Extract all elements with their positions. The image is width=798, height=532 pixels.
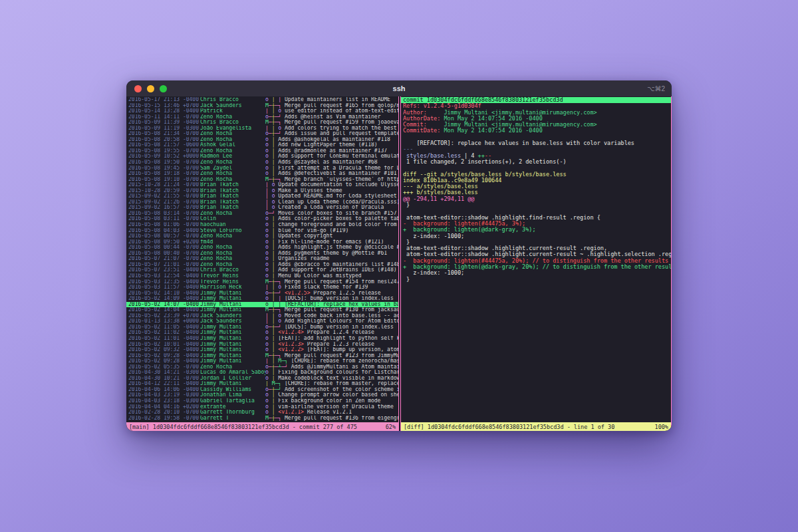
commit-row[interactable]: 2016-05-07 23:51 -0400Chris Braccoo │ Ad… xyxy=(126,267,398,273)
diff-line: +++ b/styles/base.less xyxy=(401,190,671,196)
diff-line xyxy=(401,165,671,171)
commit-row[interactable]: 2016-05-08 19:55 -0700Zeno Rochao │ Adds… xyxy=(126,148,398,154)
diff-line: } xyxy=(401,277,671,283)
terminal-window: ssh ⌥⌘2 2016-05-17 21:13 -0400Chris Brac… xyxy=(126,80,672,431)
diff-line xyxy=(401,134,671,140)
window-shortcut-badge: ⌥⌘2 xyxy=(647,85,665,92)
diff-line: @@ -294,11 +294,11 @@ xyxy=(401,196,671,202)
commit-row[interactable]: 2016-04-03 23:18 -0300Gabriel Tartagliao… xyxy=(126,398,398,404)
commit-row[interactable]: 2016-05-08 19:45 -0700Sam Zaydelo │ Firs… xyxy=(126,166,398,172)
commit-row[interactable]: 2016-05-03 11:57 -0400Harrison Heck│ │ o… xyxy=(126,285,398,291)
commit-row[interactable]: 2016-05-02 11:05 -0400Jimmy Multanio─┼─┘… xyxy=(126,325,398,331)
commit-row[interactable]: 2016-05-08 21:57 -0600Ashok Gelalo │ Add… xyxy=(126,142,398,148)
commit-log-pane: 2016-05-17 21:13 -0400Chris Braccoo │ │ … xyxy=(126,96,399,431)
close-button[interactable] xyxy=(134,85,142,92)
commit-row-selected[interactable]: 2016-05-02 14:07 -0400Jimmy Multanio │ │… xyxy=(126,302,398,308)
commit-row[interactable]: 2016-04-06 14:06 -0400Cassidy Williamso─… xyxy=(126,387,398,393)
main-status-percent: 62% xyxy=(386,424,396,430)
diff-line: + background: lighten(@dark-gray, 20%); … xyxy=(401,264,671,270)
main-status-text: [main] 1d0304fdc6fddf668e8546f83803121ef… xyxy=(129,424,357,430)
diff-line: } xyxy=(401,239,671,245)
diff-line: --- xyxy=(401,146,671,152)
diff-line: --- a/styles/base.less xyxy=(401,184,671,190)
commit-row[interactable]: 2016-05-02 14:04 -0400Jimmy MultaniM─┼─┐… xyxy=(126,307,398,313)
diff-status-percent: 100% xyxy=(655,424,668,430)
commit-row[interactable]: 2016-05-08 00:57 -0700Zeno Rochao │ Upda… xyxy=(126,233,398,239)
diff-line: z-index: -1000; xyxy=(401,233,671,239)
commit-row[interactable]: 2016-05-08 19:18 -0700Zeno Rochao │ Adds… xyxy=(126,171,398,177)
diff-line: AuthorDate: Mon May 2 14:07:54 2016 -040… xyxy=(401,116,671,122)
commit-row[interactable]: 2016-05-03 12:54 -0400Trevor Heinso │ Me… xyxy=(126,273,398,279)
diff-lines: commit 1d0304fdc6fddf668e8546f83803121ef… xyxy=(401,96,671,422)
commit-row[interactable]: 2016-05-02 14:10 -0400Jimmy Multanio─┼─┘… xyxy=(126,291,398,297)
commit-row[interactable]: 2016-05-08 19:10 -0700Zeno RochaM─┼─┐ Me… xyxy=(126,177,398,183)
commit-row[interactable]: 2015-09-02 21:26 -0700Brian Tkatch│ o Cl… xyxy=(126,200,398,205)
commit-row[interactable]: 2015-09-02 21:55 -0700Brian Tkatch│ o Up… xyxy=(126,194,398,200)
window-title: ssh xyxy=(126,84,672,92)
diff-pane: commit 1d0304fdc6fddf668e8546f83803121ef… xyxy=(400,96,672,431)
commit-list: 2016-05-17 21:13 -0400Chris Braccoo │ │ … xyxy=(126,96,398,422)
diff-statusbar: [diff] 1d0304fdc6fddf668e8546f83803121ef… xyxy=(401,422,671,431)
commit-row[interactable]: 2016-04-12 22:11 -0400Jimmy Multani│ M─┐… xyxy=(126,381,398,387)
diff-line: z-index: -1000; xyxy=(401,270,671,276)
minimize-button[interactable] xyxy=(147,85,154,92)
commit-row[interactable]: 2016-05-02 14:09 -0400Jimmy Multanio │ │… xyxy=(126,296,398,302)
commit-row[interactable]: 2016-05-09 11:39 -0400Chris BraccoM─┼─┐ … xyxy=(126,120,398,126)
commit-row[interactable]: 2016-05-02 09:28 -0400Jimmy Multani│ │ M… xyxy=(126,358,398,364)
diff-line: + background: lighten(@dark-gray, 3%); xyxy=(401,227,671,233)
commit-row[interactable]: 2016-05-02 09:32 -0400Jimmy Multanio │ <… xyxy=(126,347,398,353)
commit-row[interactable]: 2016-05-09 10:52 +0000Radmon Leeo │ Add … xyxy=(126,154,398,160)
titlebar[interactable]: ssh ⌥⌘2 xyxy=(126,80,672,96)
commit-row[interactable]: 2016-05-08 19:50 -0700Zeno Rochao │ Adds… xyxy=(126,160,398,166)
commit-row[interactable]: 2016-05-08 00:44 -0700Zeno Rochao │ Adds… xyxy=(126,245,398,251)
commit-row[interactable]: 2016-05-17 21:13 -0400Chris Braccoo │ │ … xyxy=(126,97,398,103)
commit-row[interactable]: 2016-05-08 00:40 -0700Zeno Rochao │ Adds… xyxy=(126,251,398,257)
commit-row[interactable]: 2015-09-02 16:57 -0700Brian Tkatch│ o Cr… xyxy=(126,205,398,211)
commit-row[interactable]: 2016-05-09 11:19 -0300João Evangelista│ … xyxy=(126,126,398,132)
commit-row[interactable]: 2015-10-28 21:24 -0700Brian Tkatch│ o Up… xyxy=(126,182,398,188)
diff-line: atom-text-editor::shadow .highlight.find… xyxy=(401,215,671,221)
commit-row[interactable]: 2016-02-28 20:10 -0700Garrett Thornburgo… xyxy=(126,410,398,416)
diff-line: diff --git a/styles/base.less b/styles/b… xyxy=(401,172,671,178)
commit-row[interactable]: 2015-10-28 20:59 -0700Brian Tkatch│ o Ma… xyxy=(126,188,398,194)
commit-row[interactable]: 2016-05-07 21:01 -0700Zeno Rochao │ Adds… xyxy=(126,262,398,268)
commit-row[interactable]: 2016-05-08 09:50 +0200fm4do │ Fix hl-lin… xyxy=(126,239,398,245)
zoom-button[interactable] xyxy=(160,85,167,92)
commit-row[interactable]: 2016-05-02 23:39 +0700Jack Saunders│ │ o… xyxy=(126,313,398,319)
commit-row[interactable]: 2016-05-11 14:11 -0700Zeno Rochao─┼─┘ Ad… xyxy=(126,114,398,120)
diff-line: Author: Jimmy Multani <jimmy.multani@mir… xyxy=(401,110,671,116)
diff-line: } xyxy=(401,202,671,208)
traffic-lights xyxy=(134,85,167,92)
commit-row[interactable]: 2016-05-15 13:46 +0700Jack SaundersM─┼─┐… xyxy=(126,103,398,109)
diff-line: 1 file changed, 2 insertions(+), 2 delet… xyxy=(401,159,671,165)
commit-row[interactable]: 2016-05-02 11:01 -0400Jimmy Multanio │ [… xyxy=(126,336,398,342)
commit-row[interactable]: 2016-05-02 09:28 -0400Jimmy MultaniM─┼─┐… xyxy=(126,353,398,359)
diff-line: styles/base.less | 4 ++-- xyxy=(401,153,671,159)
commit-row[interactable]: 2016-05-14 13:28 -0400Patrick│ │ o use e… xyxy=(126,108,398,114)
commit-row[interactable]: 2016-05-03 12:35 -0400Trevor HeinsM─┼─┐ … xyxy=(126,279,398,285)
commit-row[interactable]: 2016-04-30 10:21 -0700Jordan I Colliero … xyxy=(126,376,398,382)
commit-row[interactable]: 2016-04-04 04:16 +0200extranteo │ vim-ai… xyxy=(126,404,398,410)
commit-row[interactable]: 2016-05-08 03:11 -0700Colino │ Adds colo… xyxy=(126,216,398,222)
commit-row[interactable]: 2016-05-08 04:03 -0400Steve LoFurnoo │ b… xyxy=(126,228,398,234)
diff-line: - background: lighten(#44475a, 20%); // … xyxy=(401,258,671,264)
commit-row[interactable]: 2016-05-08 01:06 -0700haochuano │ change… xyxy=(126,222,398,228)
commit-row[interactable]: 2016-05-02 11:02 -0400Jimmy Multanio │ <… xyxy=(126,330,398,336)
terminal-content: 2016-05-17 21:13 -0400Chris Braccoo │ │ … xyxy=(126,96,672,431)
diff-line: commit 1d0304fdc6fddf668e8546f83803121ef… xyxy=(401,97,671,103)
commit-row[interactable]: 2016-05-08 21:34 -0700Zeno Rochao─┼─┘ Ad… xyxy=(126,131,398,137)
commit-row[interactable]: 2016-04-03 23:19 -0300Jonathan Limao │ C… xyxy=(126,392,398,398)
diff-line: CommitDate: Mon May 2 14:07:54 2016 -040… xyxy=(401,128,671,134)
commit-row[interactable]: 2016-05-02 10:01 -0400Jimmy Multanio │ <… xyxy=(126,342,398,348)
commit-row[interactable]: 2016-05-07 21:07 -0700Zeno Rochao │ Orga… xyxy=(126,256,398,262)
diff-line: Refs: v1.2.4-5-g1d0304f xyxy=(401,103,671,109)
diff-line: atom-text-editor::shadow .highlight.curr… xyxy=(401,251,671,257)
commit-row[interactable]: 2016-01-13 13:38 +0000Jack Saunders│ │ o… xyxy=(126,319,398,325)
commit-row[interactable]: 2016-05-08 20:58 -0700Zeno Rochao │ Adds… xyxy=(126,137,398,143)
diff-line: Commit: Jimmy Multani <jimmy.multani@mir… xyxy=(401,122,671,128)
diff-status-text: [diff] 1d0304fdc6fddf668e8546f83803121ef… xyxy=(404,424,614,430)
commit-row[interactable]: 2016-05-08 03:14 -0700Zeno Rochao─┘ Move… xyxy=(126,211,398,217)
commit-row[interactable]: 2016-05-02 05:35 -0700Zeno Rochao─┼─┴─┘ … xyxy=(126,364,398,370)
commit-row[interactable]: 2016-02-28 19:58 -0700Garrett TM─┼─┐ Mer… xyxy=(126,416,398,422)
commit-row[interactable]: 2016-04-30 14:21 -0300Lucas do Amaral Sa… xyxy=(126,370,398,376)
